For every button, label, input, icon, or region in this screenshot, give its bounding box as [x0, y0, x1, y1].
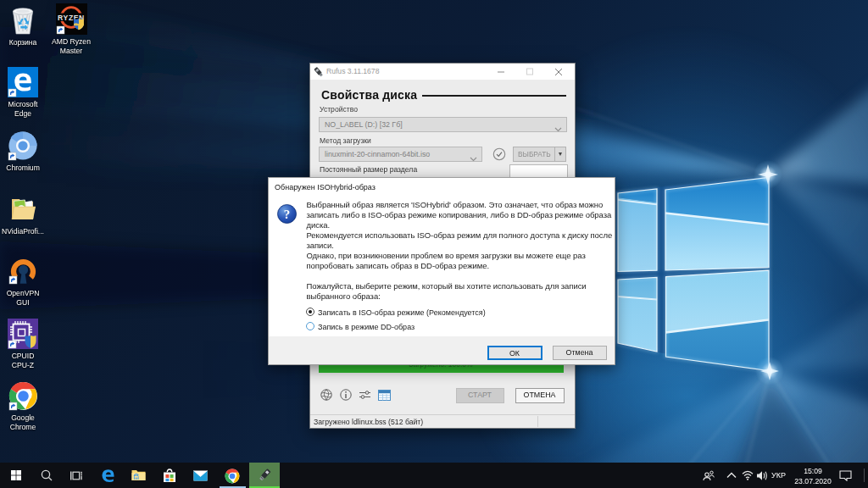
svg-text:?: ?: [284, 208, 291, 221]
